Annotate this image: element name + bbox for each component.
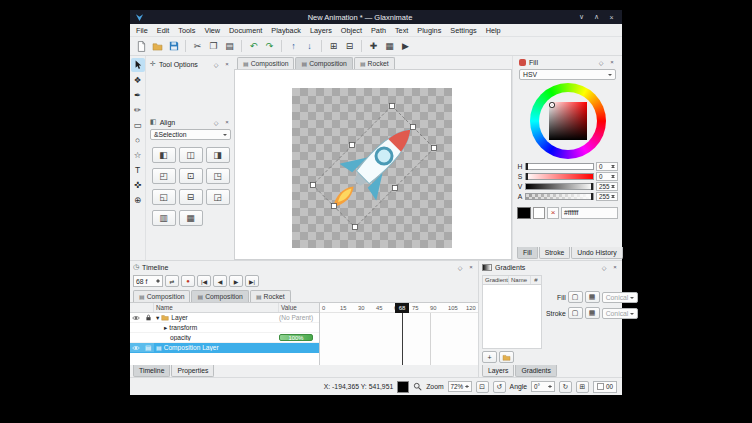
go-first-frame-button[interactable]: |◀ [197,275,211,287]
zoom-fit-button[interactable]: ⊡ [476,381,489,393]
align-right-button[interactable]: ◨ [206,147,230,163]
grid-toggle-button[interactable]: ⊞ [576,381,589,393]
value-slider[interactable] [525,183,594,190]
saturation-slider[interactable] [525,173,594,180]
menu-view[interactable]: View [204,26,220,35]
move-down-button[interactable]: ↓ [302,39,317,54]
float-panel-icon[interactable]: ◇ [456,264,464,271]
align-center-button[interactable]: ⊡ [179,168,203,184]
timeline-tab-composition-1[interactable]: ▤Composition [133,290,190,302]
tab-rocket[interactable]: ▤Rocket [354,57,395,69]
next-frame-button[interactable]: ▶| [245,275,259,287]
text-tool-button[interactable]: T [131,163,145,177]
open-button[interactable] [150,39,165,54]
distribute-v-button[interactable]: ▦ [179,210,203,226]
save-button[interactable] [166,39,181,54]
timeline-tab-rocket[interactable]: ▤Rocket [250,290,291,302]
saturation-value-spin[interactable]: 0 [596,172,618,181]
edit-nodes-tool-button[interactable]: ❖ [131,73,145,87]
close-panel-icon[interactable]: × [608,59,616,65]
align-left-button[interactable]: ◧ [152,147,176,163]
cut-button[interactable]: ✂ [190,39,205,54]
tab-gradients[interactable]: Gradients [515,365,556,377]
tab-stroke[interactable]: Stroke [539,247,571,259]
ellipse-tool-button[interactable]: ○ [131,133,145,147]
opacity-value-badge[interactable]: 100% [279,334,313,341]
new-gradient-folder-button[interactable] [499,351,514,363]
menu-path[interactable]: Path [371,26,386,35]
render-button[interactable]: ▶ [398,39,413,54]
timeline-ruler[interactable]: 0 15 30 45 60 75 90 105 120 68 [320,303,478,365]
current-color-indicator[interactable] [397,381,409,393]
visibility-eye-icon[interactable] [130,315,142,321]
align-titlebar[interactable]: ◧ Align ◇ × [147,116,234,128]
stroke-gradient-type-select[interactable]: Conical [602,308,638,319]
menu-edit[interactable]: Edit [157,26,170,35]
move-up-button[interactable]: ↑ [286,39,301,54]
menu-help[interactable]: Help [486,26,501,35]
composition-layer-row[interactable]: ▤ ▤ Composition Layer [130,343,319,353]
color-space-select[interactable]: HSV [519,69,616,80]
status-code-box[interactable]: 00 [593,381,617,393]
align-relative-to-select[interactable]: &Selection [150,129,231,140]
zoom-spin[interactable]: 72% [448,381,472,392]
tab-undo-history[interactable]: Undo History [571,247,622,259]
tab-composition-2[interactable]: ▤Composition [295,57,352,69]
align-vcenter-button[interactable]: ⊟ [179,189,203,205]
menu-playback[interactable]: Playback [271,26,301,35]
alpha-value-spin[interactable]: 255 [596,192,618,201]
canvas-viewport[interactable] [234,69,512,260]
fill-titlebar[interactable]: Fill ◇ × [516,56,619,68]
value-value-spin[interactable]: 255 [596,182,618,191]
transform-row[interactable]: ▸ transform [130,323,319,333]
saturation-value-square[interactable] [549,102,587,140]
close-panel-icon[interactable]: × [223,61,231,67]
menu-object[interactable]: Object [341,26,362,35]
fill-gradient-none-button[interactable]: ▢ [568,291,583,303]
hue-value-spin[interactable]: 0 [596,162,618,171]
maximize-button[interactable]: ∧ [591,13,602,21]
undo-button[interactable]: ↶ [246,39,261,54]
loop-button[interactable]: ⇄ [165,275,179,287]
distribute-h-button[interactable]: ▥ [152,210,176,226]
expand-arrow-icon[interactable]: ▸ [164,324,167,332]
grid-button[interactable]: ▦ [382,39,397,54]
frame-number-spin[interactable]: 68 f [133,275,163,287]
stroke-gradient-use-button[interactable]: ▦ [585,307,600,319]
close-panel-icon[interactable]: × [223,119,231,125]
align-hcenter-button[interactable]: ◫ [179,147,203,163]
secondary-color-swatch[interactable] [517,207,531,219]
group-button[interactable]: ⊞ [326,39,341,54]
opacity-row[interactable]: opacity 100% [130,333,319,343]
copy-button[interactable]: ❐ [206,39,221,54]
titlebar[interactable]: New Animation * — Glaxnimate ∨ ∧ × [130,10,622,24]
ungroup-button[interactable]: ⊟ [342,39,357,54]
align-bottom-right-button[interactable]: ◲ [206,189,230,205]
visibility-eye-icon[interactable] [130,343,142,352]
float-panel-icon[interactable]: ◇ [600,264,608,271]
align-top-right-button[interactable]: ◳ [206,168,230,184]
zoom-tool-button[interactable]: ⊕ [131,193,145,207]
hue-slider[interactable] [525,163,594,170]
tab-fill[interactable]: Fill [517,247,538,259]
float-panel-icon[interactable]: ◇ [212,61,220,68]
expand-arrow-icon[interactable]: ▾ [156,314,159,322]
fill-gradient-type-select[interactable]: Conical [602,292,638,303]
close-button[interactable]: × [606,14,617,21]
stroke-gradient-none-button[interactable]: ▢ [568,307,583,319]
menu-plugins[interactable]: Plugins [417,26,441,35]
menu-file[interactable]: File [136,26,148,35]
align-bottom-left-button[interactable]: ◱ [152,189,176,205]
float-panel-icon[interactable]: ◇ [597,59,605,66]
tab-timeline[interactable]: Timeline [133,365,170,377]
angle-reset-button[interactable]: ↻ [559,381,572,393]
prev-frame-button[interactable]: ◀ [213,275,227,287]
timeline-titlebar[interactable]: ◷ Timeline ◇ × [130,261,478,273]
select-tool-button[interactable] [131,58,145,72]
close-panel-icon[interactable]: × [467,264,475,270]
sv-cursor[interactable] [550,103,554,107]
align-top-left-button[interactable]: ◰ [152,168,176,184]
add-button[interactable]: ✚ [366,39,381,54]
layer-parent-value[interactable]: (No Parent) [279,314,319,321]
layer-row[interactable]: ▾ Layer (No Parent) [130,313,319,323]
